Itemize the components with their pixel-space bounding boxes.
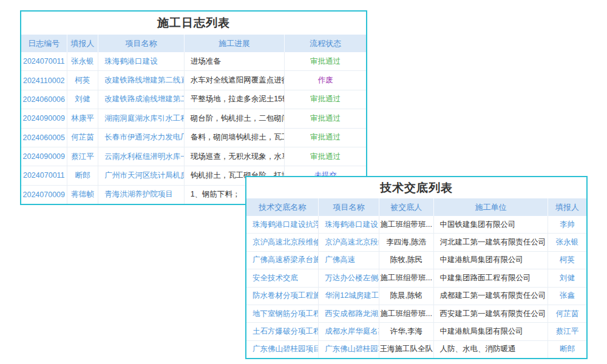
reporter-link[interactable]: 柯英 (67, 71, 99, 89)
page-title: 施工日志列表 (21, 12, 366, 35)
table-row: 安全技术交底万达办公楼左侧A...施工班组带班...中建集团路面工程有限公司刘健 (246, 269, 586, 286)
disclosure-name-link[interactable]: 防水卷材分项工程施... (246, 288, 319, 305)
table-row: 防水卷材分项工程施...华润12城房建工...陈晨,陈铭成都建工第一建筑有限责任… (246, 287, 586, 305)
status-badge: 作废 (285, 71, 365, 89)
page-title: 技术交底列表 (246, 177, 586, 198)
status-badge: 审批通过 (285, 129, 365, 147)
recipient-text: 施工班组带班... (379, 269, 434, 286)
disclosure-name-link[interactable]: 地下室钢筋分项工程... (246, 305, 319, 322)
project-link[interactable]: 西安成都路龙湖上... (319, 305, 379, 322)
project-link[interactable]: 京沪高速北京段维修 (319, 234, 379, 251)
project-link[interactable]: 云南水利枢纽潜明水库一... (98, 147, 184, 166)
column-header: 被交底人 (379, 198, 434, 216)
column-header: 项目名称 (98, 35, 184, 52)
progress-text: 平整场地，拉走多余泥土15辆... (185, 90, 285, 109)
project-link[interactable]: 万达办公楼左侧A... (319, 269, 379, 286)
column-header: 日志编号 (21, 35, 67, 52)
project-link[interactable]: 华润12城房建工... (319, 288, 379, 305)
table-row: 土石方爆破分项工程...成都水岸华庭名苑...许华,李海中建港航局集团有限公司蔡… (246, 322, 586, 340)
reporter-link[interactable]: 刘健 (67, 90, 99, 109)
project-link[interactable]: 珠海鹤港口建设 (98, 52, 184, 70)
disclosure-name-link[interactable]: 广东佛山碧桂园项目... (246, 341, 319, 358)
table-row: 2024090009林康平湖南洞庭湖水库引水工程...砌台阶，钩机排土，二包砌间… (21, 109, 366, 127)
project-link[interactable]: 广东佛山碧桂园项目 (319, 341, 379, 358)
table-row: 京沪高速北京段维修...京沪高速北京段维修李四海,陈浩河北建工第一建筑有限责任公… (246, 233, 586, 251)
table-header: 日志编号填报人项目名称施工进展流程状态 (21, 35, 366, 52)
reporter-link[interactable]: 柯英 (548, 252, 586, 269)
unit-text: 河北建工第一建筑有限责任公司 (434, 234, 549, 251)
disclosure-name-link[interactable]: 广佛高速桥梁承台施... (246, 252, 319, 269)
reporter-link[interactable]: 蒋德帧 (67, 186, 99, 204)
recipient-text: 施工班组带班... (379, 305, 434, 322)
log-id-link[interactable]: 2024090009 (21, 147, 67, 166)
log-id-link[interactable]: 2024060006 (21, 90, 67, 109)
reporter-link[interactable]: 断郎 (548, 341, 586, 358)
progress-text: 备料，砌间墙钩机排土，瓦工... (185, 129, 285, 147)
unit-text: 人防、水电、消防暖通 (434, 341, 549, 358)
unit-text: 中建集团路面工程有限公司 (434, 269, 549, 286)
project-link[interactable]: 湖南洞庭湖水库引水工程... (98, 109, 184, 127)
reporter-link[interactable]: 张永银 (548, 234, 586, 251)
reporter-link[interactable]: 蔡江平 (67, 147, 99, 166)
reporter-link[interactable]: 李帅 (548, 216, 586, 233)
reporter-link[interactable]: 断郎 (67, 166, 99, 184)
log-id-link[interactable]: 2024090009 (21, 109, 67, 127)
recipient-text: 李四海,陈浩 (379, 234, 434, 251)
technical-disclosure-panel: 技术交底列表 技术交底名称项目名称被交底人施工单位填报人 珠海鹤港口建设抗浮..… (245, 176, 588, 359)
reporter-link[interactable]: 张永银 (67, 52, 99, 70)
log-id-link[interactable]: 2024070011 (21, 52, 67, 70)
table-row: 2024060005何芷茵长春市伊通河水力发电厂...备料，砌间墙钩机排土，瓦工… (21, 128, 366, 147)
log-id-link[interactable]: 2024110002 (21, 71, 67, 89)
recipient-text: 王海施工队全队 (379, 341, 434, 358)
table-row: 2024070011张永银珠海鹤港口建设进场准备审批通过 (21, 52, 366, 70)
reporter-link[interactable]: 蔡江平 (548, 323, 586, 340)
reporter-link[interactable]: 张鑫 (548, 288, 586, 305)
table-row: 2024060006刘健改建铁路成渝线增建第二...平整场地，拉走多余泥土15辆… (21, 90, 366, 109)
project-link[interactable]: 青海洪湖养护院项目 (98, 186, 184, 204)
project-link[interactable]: 成都水岸华庭名苑... (319, 323, 379, 340)
status-badge: 审批通过 (285, 109, 365, 127)
log-id-link[interactable]: 2024060005 (21, 129, 67, 147)
project-link[interactable]: 广佛高速 (319, 252, 379, 269)
table-row: 广东佛山碧桂园项目...广东佛山碧桂园项目王海施工队全队人防、水电、消防暖通断郎 (246, 340, 586, 358)
progress-text: 现场巡查，无积水现象，水马... (185, 147, 285, 166)
log-id-link[interactable]: 2024070009 (21, 186, 67, 204)
disclosure-name-link[interactable]: 土石方爆破分项工程... (246, 323, 319, 340)
column-header: 施工进展 (185, 35, 285, 52)
column-header: 填报人 (67, 35, 99, 52)
project-link[interactable]: 珠海鹤港口建设 (319, 216, 379, 233)
status-badge: 审批通过 (285, 52, 365, 70)
unit-text: 西安建工第一建筑有限责任公司 (434, 305, 549, 322)
progress-text: 砌台阶，钩机排土，二包砌间... (185, 109, 285, 127)
status-badge: 审批通过 (285, 90, 365, 109)
reporter-link[interactable]: 林康平 (67, 109, 99, 127)
recipient-text: 陈晨,陈铭 (379, 288, 434, 305)
disclosure-name-link[interactable]: 京沪高速北京段维修... (246, 234, 319, 251)
progress-text: 水车对全线遮阳网覆盖点进行... (185, 71, 285, 89)
recipient-text: 施工班组带班... (379, 216, 434, 233)
reporter-link[interactable]: 刘健 (548, 269, 586, 286)
project-link[interactable]: 长春市伊通河水力发电厂... (98, 129, 184, 147)
table-row: 珠海鹤港口建设抗浮...珠海鹤港口建设施工班组带班...中国铁建集团有限公司李帅 (246, 216, 586, 233)
project-link[interactable]: 改建铁路成渝线增建第二... (98, 90, 184, 109)
status-badge: 审批通过 (285, 147, 365, 166)
reporter-link[interactable]: 何芷茵 (67, 129, 99, 147)
recipient-text: 许华,李海 (379, 323, 434, 340)
disclosure-name-link[interactable]: 珠海鹤港口建设抗浮... (246, 216, 319, 233)
table-body: 珠海鹤港口建设抗浮...珠海鹤港口建设施工班组带班...中国铁建集团有限公司李帅… (246, 216, 586, 358)
unit-text: 中建港航局集团有限公司 (434, 323, 549, 340)
table-row: 2024110002柯英改建铁路线增建第二线直...水车对全线遮阳网覆盖点进行.… (21, 70, 366, 89)
project-link[interactable]: 改建铁路线增建第二线直... (98, 71, 184, 89)
table-row: 2024090009蔡江平云南水利枢纽潜明水库一...现场巡查，无积水现象，水马… (21, 147, 366, 166)
log-id-link[interactable]: 2024070011 (21, 166, 67, 184)
column-header: 技术交底名称 (246, 198, 319, 216)
project-link[interactable]: 广州市天河区统计局机房... (98, 166, 184, 184)
unit-text: 成都建工第一建筑有限责任公司 (434, 288, 549, 305)
recipient-text: 陈牧,陈民 (379, 252, 434, 269)
table-row: 广佛高速桥梁承台施...广佛高速陈牧,陈民中建港航局集团有限公司柯英 (246, 251, 586, 269)
reporter-link[interactable]: 何芷茵 (548, 305, 586, 322)
disclosure-name-link[interactable]: 安全技术交底 (246, 269, 319, 286)
table-header: 技术交底名称项目名称被交底人施工单位填报人 (246, 198, 586, 216)
progress-text: 进场准备 (185, 52, 285, 70)
column-header: 施工单位 (434, 198, 549, 216)
